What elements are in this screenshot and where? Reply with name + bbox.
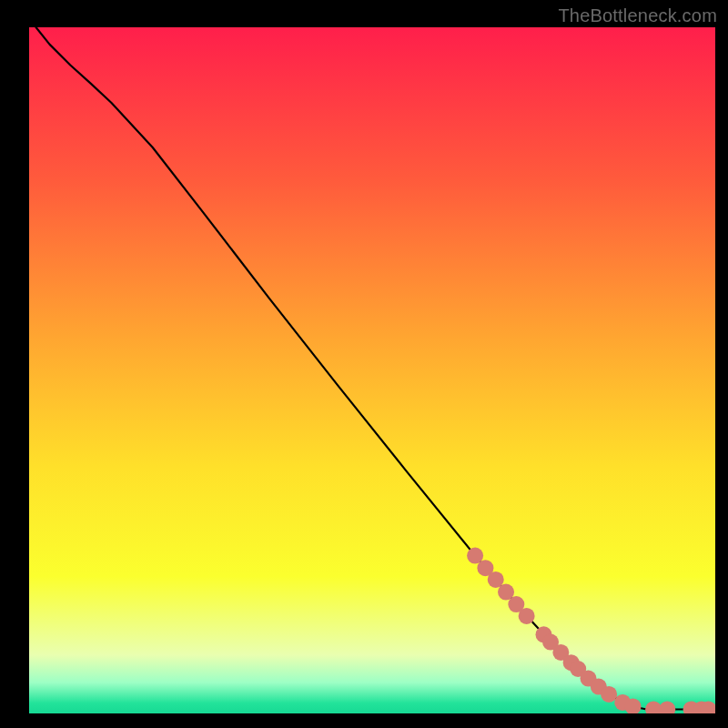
- chart-marker: [519, 608, 535, 624]
- attribution-text: TheBottleneck.com: [558, 5, 717, 26]
- chart-marker: [601, 686, 617, 703]
- chart-plot: [29, 27, 715, 713]
- chart-background: [29, 27, 715, 713]
- chart-stage: TheBottleneck.com: [0, 0, 728, 728]
